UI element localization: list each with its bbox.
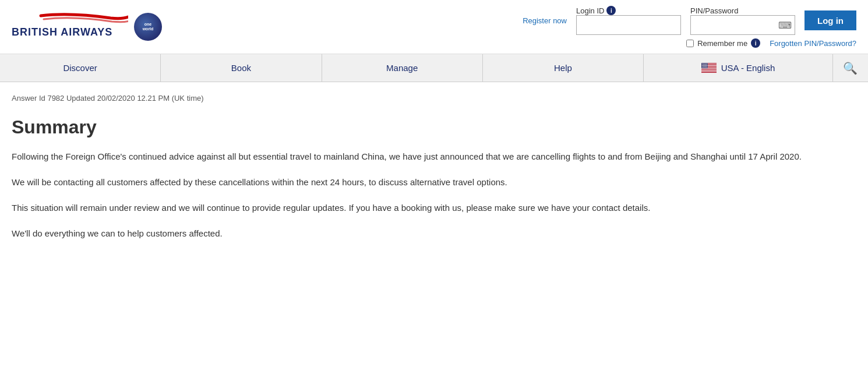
svg-point-21 <box>703 64 703 65</box>
svg-point-37 <box>702 67 703 68</box>
logo-area: BRITISH AIRWAYS oneworld <box>12 11 162 43</box>
paragraph-3: This situation will remain under review … <box>12 201 845 215</box>
main-nav: Discover Book Manage Help <box>0 54 868 82</box>
paragraph-1: Following the Foreign Office's continued… <box>12 150 845 164</box>
svg-rect-8 <box>701 68 717 69</box>
svg-text:BRITISH AIRWAYS: BRITISH AIRWAYS <box>12 26 112 38</box>
svg-point-33 <box>703 66 704 66</box>
remember-info-icon[interactable]: i <box>751 38 760 48</box>
search-icon: 🔍 <box>843 61 858 75</box>
login-id-group: Login ID i <box>576 6 681 35</box>
svg-point-34 <box>704 66 705 66</box>
svg-point-38 <box>703 67 703 68</box>
nav-discover[interactable]: Discover <box>0 54 161 82</box>
pin-input-wrapper: ⌨ <box>690 15 795 35</box>
login-id-info-icon[interactable]: i <box>606 6 616 15</box>
remember-me-label[interactable]: Remember me i <box>686 38 760 48</box>
site-header: BRITISH AIRWAYS oneworld Register now Lo… <box>0 0 868 54</box>
svg-point-32 <box>703 66 703 66</box>
svg-point-35 <box>705 66 706 66</box>
svg-point-16 <box>703 63 703 64</box>
svg-point-22 <box>703 64 704 65</box>
article-title: Summary <box>12 117 845 138</box>
paragraph-4: We'll do everything we can to help custo… <box>12 227 845 241</box>
login-button[interactable]: Log in <box>805 10 856 30</box>
svg-point-30 <box>705 65 706 66</box>
nav-book[interactable]: Book <box>161 54 322 82</box>
svg-rect-10 <box>701 70 717 70</box>
svg-point-27 <box>703 65 703 66</box>
nav-manage[interactable]: Manage <box>322 54 483 82</box>
pin-label: PIN/Password <box>690 6 795 15</box>
svg-point-18 <box>705 63 705 64</box>
svg-point-41 <box>705 67 706 68</box>
svg-point-25 <box>706 64 707 65</box>
login-top-row: Register now Login ID i PIN/Password ⌨ L… <box>523 6 856 35</box>
remember-me-checkbox[interactable] <box>686 40 694 47</box>
svg-point-40 <box>705 67 705 68</box>
us-flag-icon <box>701 63 717 73</box>
svg-point-17 <box>704 63 704 64</box>
svg-rect-12 <box>701 71 717 72</box>
oneworld-logo: oneworld <box>134 13 162 41</box>
svg-point-15 <box>702 63 703 64</box>
nav-search-button[interactable]: 🔍 <box>833 54 868 82</box>
svg-point-24 <box>705 64 706 65</box>
svg-rect-11 <box>701 70 717 71</box>
ba-logo-svg: BRITISH AIRWAYS <box>12 11 128 43</box>
svg-point-39 <box>704 67 704 68</box>
svg-point-42 <box>707 67 707 68</box>
svg-point-36 <box>706 66 707 66</box>
keyboard-icon[interactable]: ⌨ <box>778 19 792 30</box>
forgotten-link[interactable]: Forgotten PIN/Password? <box>770 39 856 48</box>
article-meta: Answer Id 7982 Updated 20/02/2020 12.21 … <box>12 94 845 103</box>
pin-group: PIN/Password ⌨ <box>690 6 795 35</box>
svg-point-31 <box>707 65 707 66</box>
svg-point-29 <box>705 65 705 66</box>
login-id-label: Login ID i <box>576 6 681 15</box>
nav-help[interactable]: Help <box>483 54 644 82</box>
svg-point-28 <box>704 65 704 66</box>
register-link[interactable]: Register now <box>523 16 567 25</box>
ba-logo: BRITISH AIRWAYS oneworld <box>12 11 162 43</box>
main-content: Answer Id 7982 Updated 20/02/2020 12.21 … <box>0 82 856 276</box>
nav-language[interactable]: USA - English <box>644 54 833 82</box>
paragraph-2: We will be contacting all customers affe… <box>12 175 845 189</box>
svg-point-20 <box>707 63 707 64</box>
remember-row: Remember me i Forgotten PIN/Password? <box>686 38 856 48</box>
svg-rect-13 <box>701 72 717 73</box>
login-id-input[interactable] <box>576 15 681 35</box>
svg-rect-9 <box>701 69 717 69</box>
login-area: Register now Login ID i PIN/Password ⌨ L… <box>523 6 856 48</box>
svg-point-19 <box>705 63 706 64</box>
svg-point-23 <box>704 64 705 65</box>
svg-point-26 <box>702 65 703 66</box>
